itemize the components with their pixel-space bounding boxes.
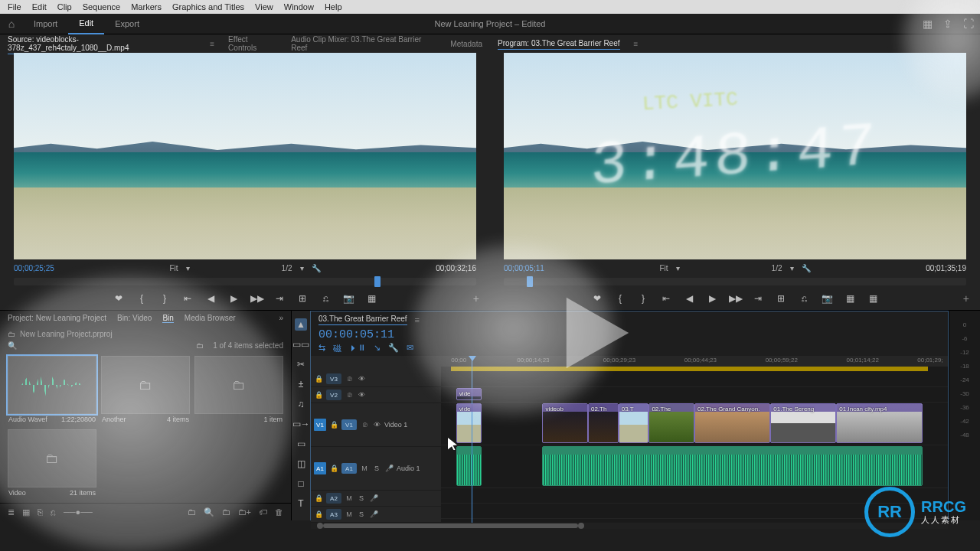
- track-header-a3[interactable]: 🔒 A3 M S 🎤: [311, 507, 441, 523]
- track-header-a2[interactable]: 🔒 A2 M S 🎤: [311, 491, 441, 507]
- track-select-tool-icon[interactable]: ▭▭: [295, 338, 307, 350]
- chevron-down-icon[interactable]: ▾: [676, 264, 680, 272]
- insert-icon[interactable]: ⊞: [296, 293, 309, 304]
- caption-icon[interactable]: ✉: [407, 343, 413, 354]
- new-bin-icon[interactable]: 🗀: [222, 507, 230, 517]
- overwrite-icon[interactable]: ⎌: [319, 293, 332, 304]
- source-viewer[interactable]: [14, 53, 476, 259]
- step-back-icon[interactable]: ◀: [204, 293, 217, 304]
- proj-tab-bin[interactable]: Bin: [162, 314, 173, 323]
- icon-view-icon[interactable]: ▦: [22, 507, 30, 517]
- track-lane-v3[interactable]: [441, 371, 948, 387]
- freeform-view-icon[interactable]: ⎘: [38, 507, 43, 517]
- program-timecode[interactable]: 00;00;05;11: [504, 264, 544, 272]
- go-in-icon[interactable]: ⇤: [660, 293, 672, 304]
- bin-icon[interactable]: 🗀: [8, 330, 15, 338]
- bin-item[interactable]: 🗀 Another4 items: [101, 356, 190, 425]
- os-menu-item[interactable]: Help: [325, 2, 342, 11]
- track-target[interactable]: V1: [341, 419, 357, 430]
- hand-tool-icon[interactable]: □: [295, 478, 307, 490]
- track-target[interactable]: V2: [326, 390, 341, 400]
- mute-icon[interactable]: M: [345, 494, 354, 502]
- track-target[interactable]: A3: [326, 509, 341, 520]
- chevron-down-icon[interactable]: ▾: [186, 264, 190, 272]
- new-item-icon[interactable]: 🗀+: [238, 507, 251, 517]
- razor-tool-icon[interactable]: ♫: [295, 398, 307, 410]
- button-editor-icon[interactable]: +: [473, 292, 479, 305]
- extract-icon[interactable]: ⎌: [798, 293, 810, 304]
- track-header-a1[interactable]: A1 🔒 A1 M S 🎤 Audio 1: [311, 447, 441, 491]
- step-fwd-icon[interactable]: ▶▶: [250, 293, 263, 304]
- project-path[interactable]: New Leaning Project.prproj: [20, 330, 113, 338]
- selection-tool-icon[interactable]: ▲: [295, 318, 307, 331]
- timeline-ruler[interactable]: 00;00 00;00;14;23 00;00;29;23 00;00;44;2…: [441, 356, 948, 367]
- source-scrubber[interactable]: [14, 278, 476, 285]
- sync-lock-icon[interactable]: ⎚: [360, 421, 369, 429]
- source-timecode-in[interactable]: 00;00;25;25: [14, 264, 54, 272]
- sync-lock-icon[interactable]: ⎚: [345, 375, 354, 383]
- search-icon[interactable]: 🔍: [8, 341, 18, 350]
- marker-icon[interactable]: ↘: [374, 343, 381, 354]
- os-menu-item[interactable]: File: [8, 2, 21, 11]
- solo-icon[interactable]: S: [357, 494, 366, 502]
- source-tab-mixer[interactable]: Audio Clip Mixer: 03.The Great Barrier R…: [291, 34, 436, 54]
- os-menu-item[interactable]: View: [255, 2, 273, 11]
- program-zoom[interactable]: 1/2: [772, 264, 782, 272]
- pen-tool-icon[interactable]: ▭: [295, 438, 307, 450]
- comparison-icon[interactable]: ▦: [844, 293, 856, 304]
- timeline-playhead[interactable]: [472, 356, 472, 523]
- program-viewer[interactable]: LTC VITC 3:48:47: [504, 53, 966, 259]
- track-lane-v2[interactable]: vide: [441, 386, 948, 403]
- mark-out-icon[interactable]: }: [158, 293, 171, 304]
- play-icon[interactable]: ▶: [706, 293, 718, 304]
- source-patch[interactable]: A1: [314, 462, 326, 474]
- voiceover-icon[interactable]: 🎤: [369, 510, 378, 518]
- lock-icon[interactable]: 🔒: [314, 510, 323, 518]
- bin-item[interactable]: 🗀 1 item: [194, 356, 283, 425]
- source-patch[interactable]: V1: [314, 419, 326, 431]
- track-lane-v1[interactable]: videvideob02.Th03.T02.The02.The Grand Ca…: [441, 402, 948, 445]
- lock-icon[interactable]: 🔒: [314, 494, 323, 502]
- rectangle-tool-icon[interactable]: ◫: [295, 458, 307, 470]
- mark-in-icon[interactable]: {: [614, 293, 626, 304]
- ripple-tool-icon[interactable]: ✂: [295, 358, 307, 370]
- bin-item[interactable]: 🗀 Video21 items: [8, 429, 96, 498]
- rate-tool-icon[interactable]: ±: [295, 378, 307, 390]
- toggle-track-output-icon[interactable]: 👁: [357, 391, 366, 399]
- track-lane-a2[interactable]: [441, 487, 948, 504]
- label-icon[interactable]: 🏷: [259, 507, 267, 517]
- scroll-handle[interactable]: [323, 523, 578, 528]
- lock-icon[interactable]: 🔒: [329, 465, 338, 472]
- timeline-timecode[interactable]: 00:00:05:11: [318, 328, 394, 341]
- audio-thumbnail[interactable]: [8, 356, 96, 414]
- go-out-icon[interactable]: ⇥: [273, 293, 286, 304]
- os-menu-item[interactable]: Graphics and Titles: [172, 2, 244, 11]
- comparison-icon[interactable]: ▦: [365, 293, 377, 304]
- insert-mode-icon[interactable]: ⇆: [318, 343, 325, 354]
- proj-tab-media[interactable]: Media Browser: [185, 314, 236, 323]
- zoom-slider[interactable]: ──●──: [64, 507, 93, 517]
- lock-icon[interactable]: 🔒: [314, 391, 323, 399]
- program-playhead[interactable]: [527, 276, 533, 287]
- audio-meter[interactable]: 0 -6 -12 -18 -24 -30 -36 -42 -48: [949, 311, 980, 520]
- source-playhead[interactable]: [374, 276, 381, 287]
- chevron-down-icon[interactable]: ▾: [300, 264, 304, 272]
- video-clip[interactable]: 02.The Grand Canyon.: [694, 403, 770, 443]
- track-target[interactable]: A2: [326, 493, 341, 504]
- list-view-icon[interactable]: ≣: [8, 507, 15, 517]
- toggle-track-output-icon[interactable]: 👁: [357, 375, 366, 383]
- video-clip[interactable]: vide: [456, 403, 482, 443]
- panel-menu-icon[interactable]: ≡: [210, 40, 214, 48]
- folder-thumbnail[interactable]: 🗀: [101, 356, 190, 414]
- video-clip[interactable]: 01.The Sereng: [770, 403, 836, 443]
- folder-thumbnail[interactable]: 🗀: [194, 356, 283, 414]
- folder-thumbnail[interactable]: 🗀: [8, 429, 96, 487]
- delete-icon[interactable]: 🗑: [275, 507, 283, 517]
- source-tab-clip[interactable]: Source: videoblocks-378z_437_reh4ctaly_1…: [8, 34, 196, 54]
- video-clip[interactable]: videob: [542, 403, 588, 443]
- track-target[interactable]: A1: [341, 463, 357, 474]
- solo-icon[interactable]: S: [357, 510, 366, 518]
- panel-overflow-icon[interactable]: »: [279, 314, 283, 323]
- mode-tab-import[interactable]: Import: [23, 14, 68, 34]
- find-icon[interactable]: 🔍: [204, 507, 214, 517]
